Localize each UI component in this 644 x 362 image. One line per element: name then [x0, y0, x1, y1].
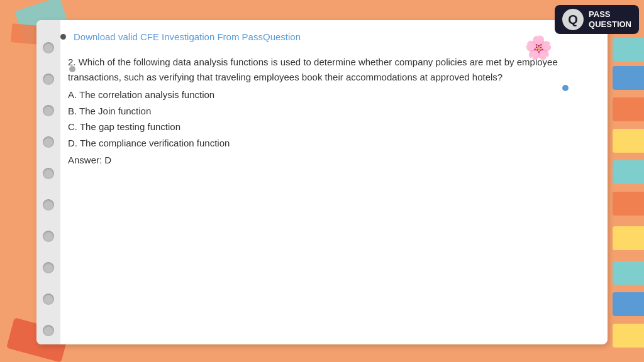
right-tab-5 [613, 160, 644, 184]
logo-container: Q PASS QUESTION [555, 5, 639, 34]
question-container: 2. Which of the following data analysis … [68, 55, 595, 332]
option-a: A. The correlation analysis function [68, 87, 595, 103]
question-text: 2. Which of the following data analysis … [68, 55, 595, 84]
option-d: D. The compliance verification function [68, 135, 595, 151]
right-tab-10 [613, 324, 644, 348]
spiral-hole-8 [43, 262, 54, 273]
right-tab-4 [613, 129, 644, 153]
header-bullet [60, 34, 66, 40]
right-tab-1 [613, 38, 644, 62]
logo-pass: PASS [589, 9, 631, 19]
notebook-paper: Download valid CFE Investigation From Pa… [36, 20, 608, 344]
spiral-hole-1 [43, 42, 54, 53]
logo-text-block: PASS QUESTION [589, 9, 631, 29]
spiral-hole-10 [43, 325, 54, 336]
spiral-hole-5 [43, 168, 54, 179]
right-tab-6 [613, 192, 644, 216]
logo-q-circle: Q [562, 9, 584, 30]
dot-right [562, 85, 569, 91]
sunflower-icon: 🌸 [525, 35, 553, 61]
logo-question: QUESTION [589, 19, 631, 30]
dot-top-left [69, 66, 75, 72]
right-tab-9 [613, 292, 644, 316]
answer-text: Answer: D [68, 152, 595, 168]
download-link[interactable]: Download valid CFE Investigation From Pa… [74, 31, 301, 42]
right-tab-2 [613, 66, 644, 90]
spiral-hole-6 [43, 199, 54, 211]
option-c: C. The gap testing function [68, 119, 595, 135]
spiral-hole-7 [43, 231, 54, 242]
option-b: B. The Join function [68, 103, 595, 119]
right-tab-8 [613, 261, 644, 285]
spiral-hole-2 [43, 74, 54, 85]
right-tab-7 [613, 226, 644, 250]
header-row: Download valid CFE Investigation From Pa… [60, 31, 601, 42]
spiral-hole-3 [43, 105, 54, 116]
right-tab-3 [613, 97, 644, 121]
spiral-hole-4 [43, 136, 54, 148]
spiral-hole-9 [43, 293, 54, 305]
